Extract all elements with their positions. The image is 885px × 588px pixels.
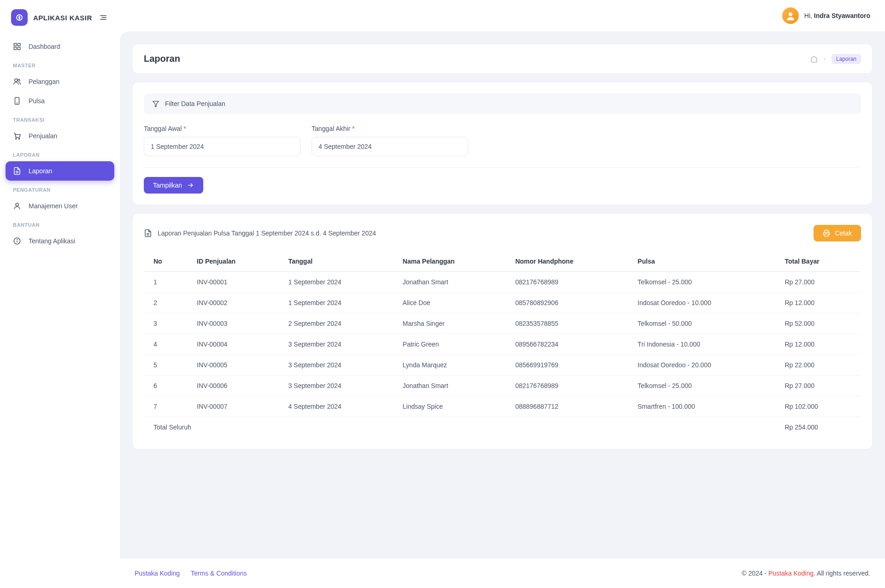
sidebar-item-label: Penjualan (29, 132, 57, 140)
brand: APLIKASI KASIR (6, 9, 114, 37)
th-total: Total Bayar (775, 251, 861, 272)
cell-total: Rp 12.000 (775, 293, 861, 313)
sidebar-item-manajemen-user[interactable]: Manajemen User (6, 196, 114, 216)
footer-total: Rp 254.000 (775, 417, 861, 438)
footer-link-brand[interactable]: Pustaka Koding (135, 570, 180, 577)
svg-point-9 (18, 79, 20, 82)
footer-link-terms[interactable]: Terms & Conditions (191, 570, 247, 577)
user-icon (13, 202, 21, 210)
grid-icon (13, 42, 21, 51)
sidebar-item-pulsa[interactable]: Pulsa (6, 91, 114, 111)
sidebar-item-tentang-aplikasi[interactable]: Tentang Aplikasi (6, 231, 114, 251)
start-date-label: Tanggal Awal * (144, 125, 301, 132)
copyright-brand[interactable]: Pustaka Koding (768, 570, 814, 577)
cell-id: INV-00004 (188, 334, 279, 355)
filter-header: Filter Data Penjualan (144, 94, 861, 114)
cell-total: Rp 102.000 (775, 396, 861, 417)
cell-no: 2 (144, 293, 188, 313)
cell-nomor: 082353578855 (506, 313, 628, 334)
svg-point-20 (789, 12, 792, 16)
nav-section-pengaturan: PENGATURAN (6, 181, 114, 196)
cell-nama: Patric Green (394, 334, 506, 355)
footer: Pustaka Koding Terms & Conditions © 2024… (120, 559, 885, 588)
user-menu[interactable]: Hi, Indra Styawantoro (782, 7, 870, 24)
nav-section-bantuan: BANTUAN (6, 216, 114, 231)
filter-icon (152, 100, 159, 107)
document-icon (144, 229, 152, 237)
cell-pulsa: Telkomsel - 25.000 (628, 376, 775, 396)
th-tanggal: Tanggal (279, 251, 393, 272)
end-date-label-text: Tanggal Akhir (312, 125, 350, 132)
cell-tanggal: 3 September 2024 (279, 376, 393, 396)
cell-id: INV-00006 (188, 376, 279, 396)
cell-pulsa: Telkomsel - 25.000 (628, 272, 775, 293)
cell-total: Rp 52.000 (775, 313, 861, 334)
th-nama: Nama Pelanggan (394, 251, 506, 272)
cell-nama: Lindsay Spice (394, 396, 506, 417)
avatar-icon (782, 7, 799, 24)
cell-nomor: 082176768989 (506, 272, 628, 293)
svg-point-13 (18, 138, 19, 139)
sidebar-item-penjualan[interactable]: Penjualan (6, 126, 114, 146)
menu-toggle-icon[interactable] (98, 12, 109, 23)
cart-icon (13, 132, 21, 140)
sidebar-item-laporan[interactable]: Laporan (6, 161, 114, 181)
cell-pulsa: Telkomsel - 50.000 (628, 313, 775, 334)
table-row: 4INV-000043 September 2024Patric Green08… (144, 334, 861, 355)
end-date-input[interactable] (312, 137, 468, 156)
required-mark: * (183, 125, 186, 132)
phone-icon (13, 97, 21, 105)
info-icon (13, 237, 21, 245)
th-pulsa: Pulsa (628, 251, 775, 272)
cell-no: 6 (144, 376, 188, 396)
svg-point-8 (15, 79, 18, 82)
cell-tanggal: 4 September 2024 (279, 396, 393, 417)
cell-no: 4 (144, 334, 188, 355)
nav-section-master: MASTER (6, 56, 114, 72)
cell-tanggal: 2 September 2024 (279, 313, 393, 334)
cell-tanggal: 1 September 2024 (279, 272, 393, 293)
divider (144, 167, 861, 168)
copyright-prefix: © 2024 - (742, 570, 768, 577)
printer-icon (823, 229, 830, 237)
sidebar-item-dashboard[interactable]: Dashboard (6, 37, 114, 56)
table-row: 7INV-000074 September 2024Lindsay Spice0… (144, 396, 861, 417)
sidebar-item-label: Pulsa (29, 97, 45, 105)
cell-id: INV-00001 (188, 272, 279, 293)
copyright-suffix: . All rights reserved. (814, 570, 870, 577)
table-row: 6INV-000063 September 2024Jonathan Smart… (144, 376, 861, 396)
start-date-input[interactable] (144, 137, 301, 156)
cell-nomor: 089566782234 (506, 334, 628, 355)
table-row: 3INV-000032 September 2024Marsha Singer0… (144, 313, 861, 334)
svg-point-16 (16, 203, 18, 206)
cell-total: Rp 22.000 (775, 355, 861, 376)
cell-total: Rp 27.000 (775, 376, 861, 396)
print-button[interactable]: Cetak (814, 225, 861, 241)
report-title-text: Laporan Penjualan Pulsa Tanggal 1 Septem… (158, 229, 376, 237)
cell-no: 7 (144, 396, 188, 417)
sidebar-item-label: Dashboard (29, 43, 60, 50)
cell-no: 1 (144, 272, 188, 293)
svg-rect-6 (14, 47, 16, 50)
sidebar-item-pelanggan[interactable]: Pelanggan (6, 72, 114, 91)
document-icon (13, 167, 21, 175)
filter-title: Filter Data Penjualan (165, 100, 225, 107)
submit-button[interactable]: Tampilkan (144, 177, 203, 194)
cell-total: Rp 27.000 (775, 272, 861, 293)
nav-section-laporan: LAPORAN (6, 146, 114, 161)
cell-pulsa: Indosat Ooredoo - 10.000 (628, 293, 775, 313)
brand-name: APLIKASI KASIR (33, 14, 92, 22)
required-mark: * (352, 125, 354, 132)
cell-no: 3 (144, 313, 188, 334)
svg-marker-21 (153, 101, 159, 107)
report-card: Laporan Penjualan Pulsa Tanggal 1 Septem… (133, 214, 872, 449)
breadcrumb-current: Laporan (832, 54, 861, 64)
cell-pulsa: Smartfren - 100.000 (628, 396, 775, 417)
svg-rect-5 (18, 43, 20, 46)
th-no: No (144, 251, 188, 272)
end-date-label: Tanggal Akhir * (312, 125, 468, 132)
home-icon[interactable] (810, 55, 818, 63)
report-title: Laporan Penjualan Pulsa Tanggal 1 Septem… (144, 229, 376, 237)
table-row: 1INV-000011 September 2024Jonathan Smart… (144, 272, 861, 293)
cell-nomor: 085669919769 (506, 355, 628, 376)
